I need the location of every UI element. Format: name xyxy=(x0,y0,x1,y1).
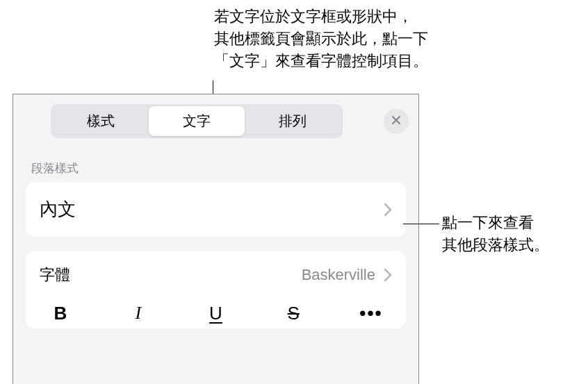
paragraph-style-card: 內文 xyxy=(26,182,406,237)
annotation-top: 若文字位於文字框或形狀中， 其他標籤頁會顯示於此，點一下 「文字」來查看字體控制… xyxy=(214,6,428,72)
tab-text[interactable]: 文字 xyxy=(149,106,245,136)
more-options-button[interactable]: ••• xyxy=(350,298,392,328)
paragraph-style-section-label: 段落樣式 xyxy=(13,148,418,182)
paragraph-style-row[interactable]: 內文 xyxy=(26,182,406,237)
panel-header: 樣式 文字 排列 xyxy=(13,94,418,148)
underline-button[interactable]: U xyxy=(195,298,237,328)
paragraph-style-value: 內文 xyxy=(40,197,76,222)
font-value: Baskerville xyxy=(302,266,375,284)
close-button[interactable] xyxy=(384,109,409,134)
font-label: 字體 xyxy=(40,265,70,285)
tab-segmented-control: 樣式 文字 排列 xyxy=(51,104,343,138)
close-icon xyxy=(391,115,402,128)
tab-style[interactable]: 樣式 xyxy=(53,106,149,136)
font-card: 字體 Baskerville B I U S ••• xyxy=(26,251,406,328)
chevron-right-icon xyxy=(384,268,392,282)
callout-line-right xyxy=(403,224,439,224)
font-row[interactable]: 字體 Baskerville xyxy=(26,251,406,295)
annotation-right: 點一下來查看 其他段落樣式。 xyxy=(442,212,549,256)
format-panel: 樣式 文字 排列 段落樣式 內文 字體 Baskerville xyxy=(13,94,419,384)
strikethrough-button[interactable]: S xyxy=(272,298,314,328)
italic-button[interactable]: I xyxy=(117,298,159,328)
chevron-right-icon xyxy=(384,203,392,217)
bold-button[interactable]: B xyxy=(40,298,81,328)
text-style-row: B I U S ••• xyxy=(26,295,406,328)
tab-arrange[interactable]: 排列 xyxy=(245,106,341,136)
